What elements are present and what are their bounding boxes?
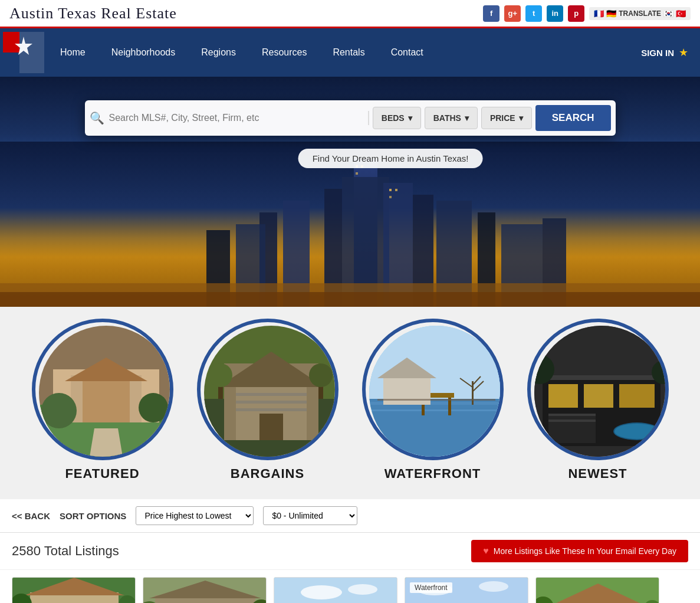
waterfront-circle-image[interactable] xyxy=(362,319,504,460)
svg-point-49 xyxy=(209,363,232,387)
svg-rect-21 xyxy=(356,172,358,175)
svg-rect-2 xyxy=(3,53,19,73)
main-nav: Home Neighborhoods Regions Resources Ren… xyxy=(47,28,641,77)
sign-in-button[interactable]: SIGN IN xyxy=(641,48,674,58)
svg-marker-35 xyxy=(88,428,124,460)
nav-bar: Home Neighborhoods Regions Resources Ren… xyxy=(0,28,700,77)
svg-point-36 xyxy=(41,393,77,428)
nav-home[interactable]: Home xyxy=(47,28,98,77)
nav-regions[interactable]: Regions xyxy=(188,28,249,77)
google-plus-icon[interactable]: g+ xyxy=(504,5,521,22)
beds-dropdown[interactable]: BEDS ▾ xyxy=(373,107,421,129)
featured-circle-image[interactable] xyxy=(32,319,173,460)
property-card-3[interactable]: CLICK TO VIEW DETAILS $800,000 ----/sqft… xyxy=(274,577,397,603)
sort-select[interactable]: Price Highest to Lowest Price Lowest to … xyxy=(136,506,254,525)
svg-rect-26 xyxy=(0,292,700,307)
svg-rect-24 xyxy=(389,196,392,198)
price-range-select[interactable]: $0 - Unlimited $0 - $500,000 $500,000 - … xyxy=(263,506,357,525)
svg-rect-47 xyxy=(259,414,283,440)
price-dropdown[interactable]: PRICE ▾ xyxy=(481,107,532,129)
property-image-1[interactable]: CLICK TO VIEW DETAILS xyxy=(12,578,135,603)
bargains-image-svg xyxy=(201,322,339,460)
property-image-2[interactable]: CLICK TO VIEW DETAILS xyxy=(143,578,266,603)
nav-rentals[interactable]: Rentals xyxy=(320,28,377,77)
svg-rect-44 xyxy=(236,393,307,396)
waterfront-label[interactable]: WATERFRONT xyxy=(356,466,510,481)
nav-contact[interactable]: Contact xyxy=(378,28,436,77)
svg-rect-75 xyxy=(619,384,655,408)
svg-rect-1 xyxy=(3,32,19,53)
bargains-circle-image[interactable] xyxy=(197,319,339,460)
circle-newest[interactable]: NEWEST xyxy=(521,319,675,481)
translate-button[interactable]: 🇫🇷 🇩🇪 TRANSLATE 🇰🇷 🇹🇷 xyxy=(589,7,691,20)
svg-rect-73 xyxy=(548,384,578,408)
pinterest-icon[interactable]: p xyxy=(568,5,584,22)
nav-neighborhoods[interactable]: Neighborhoods xyxy=(98,28,189,77)
property-image-4[interactable]: Waterfront CLICK TO VIEW DETAILS xyxy=(405,578,528,603)
circle-featured[interactable]: FEATURED xyxy=(26,319,179,481)
listings-header: 2580 Total Listings ♥ More Listings Like… xyxy=(0,533,700,570)
waterfront-badge-4: Waterfront xyxy=(410,582,452,593)
baths-dropdown[interactable]: BATHS ▾ xyxy=(425,107,478,129)
svg-rect-78 xyxy=(548,420,596,422)
property-img-svg-5 xyxy=(536,578,659,603)
svg-point-116 xyxy=(479,581,508,592)
translate-label: TRANSLATE xyxy=(619,9,661,18)
svg-rect-72 xyxy=(543,375,660,380)
total-listings-count: 2580 Total Listings xyxy=(12,543,119,559)
property-card-2[interactable]: CLICK TO VIEW DETAILS $800,000 $241/sqft… xyxy=(143,577,267,603)
svg-point-106 xyxy=(301,585,342,599)
svg-point-37 xyxy=(139,393,168,422)
bargains-label[interactable]: BARGAINS xyxy=(191,466,344,481)
property-img-svg-1 xyxy=(12,578,135,603)
svg-rect-22 xyxy=(389,189,392,191)
heart-icon: ♥ xyxy=(483,546,489,556)
logo[interactable] xyxy=(0,28,47,77)
site-title: Austin Texas Real Estate xyxy=(9,5,177,22)
svg-rect-23 xyxy=(395,189,397,191)
svg-point-107 xyxy=(348,584,377,595)
property-image-5[interactable]: CLICK TO VIEW DETAILS xyxy=(536,578,659,603)
waterfront-image-svg xyxy=(366,322,504,460)
svg-rect-45 xyxy=(236,401,307,404)
search-button[interactable]: SEARCH xyxy=(535,105,611,131)
svg-rect-57 xyxy=(366,409,504,411)
newest-circle-image[interactable] xyxy=(527,319,669,460)
nav-right: SIGN IN ★ xyxy=(641,46,688,59)
search-input-wrap: 🔍 xyxy=(90,111,369,125)
property-card-5[interactable]: CLICK TO VIEW DETAILS $799,900 $242/sqft… xyxy=(535,577,659,603)
nav-resources[interactable]: Resources xyxy=(249,28,320,77)
svg-rect-77 xyxy=(548,414,596,416)
linkedin-icon[interactable]: in xyxy=(547,5,563,22)
svg-rect-74 xyxy=(584,384,613,408)
newest-label[interactable]: NEWEST xyxy=(521,466,675,481)
back-button[interactable]: << BACK xyxy=(12,511,50,521)
sort-options-label: SORT OPTIONS xyxy=(60,511,126,521)
featured-label[interactable]: FEATURED xyxy=(26,466,179,481)
controls-bar: << BACK SORT OPTIONS Price Highest to Lo… xyxy=(0,499,700,533)
search-input[interactable] xyxy=(109,113,361,123)
property-card-4[interactable]: Waterfront CLICK TO VIEW DETAILS $799,90… xyxy=(405,577,528,603)
chevron-down-icon: ▾ xyxy=(465,113,469,123)
email-listings-button[interactable]: ♥ More Listings Like These In Your Email… xyxy=(471,540,688,562)
circle-waterfront[interactable]: WATERFRONT xyxy=(356,319,510,481)
twitter-icon[interactable]: t xyxy=(525,5,542,22)
chevron-down-icon: ▾ xyxy=(519,113,523,123)
property-image-3[interactable]: CLICK TO VIEW DETAILS xyxy=(274,578,397,603)
circle-bargains[interactable]: BARGAINS xyxy=(191,319,344,481)
svg-rect-76 xyxy=(548,414,596,443)
svg-rect-3 xyxy=(19,32,44,73)
svg-point-51 xyxy=(309,363,333,387)
svg-rect-55 xyxy=(366,399,504,460)
svg-point-80 xyxy=(614,424,659,439)
search-icon: 🔍 xyxy=(90,111,104,125)
top-right-icons: f g+ t in p 🇫🇷 🇩🇪 TRANSLATE 🇰🇷 🇹🇷 xyxy=(483,5,691,22)
chevron-down-icon: ▾ xyxy=(408,113,412,123)
property-img-svg-2 xyxy=(143,578,266,603)
svg-rect-32 xyxy=(83,381,130,428)
facebook-icon[interactable]: f xyxy=(483,5,499,22)
property-grid: CLICK TO VIEW DETAILS $800,000 $192/sqft… xyxy=(0,570,700,603)
property-card-1[interactable]: CLICK TO VIEW DETAILS $800,000 $192/sqft… xyxy=(12,577,136,603)
circles-section: FEATURED xyxy=(0,307,700,499)
favorites-star-icon[interactable]: ★ xyxy=(679,46,688,59)
